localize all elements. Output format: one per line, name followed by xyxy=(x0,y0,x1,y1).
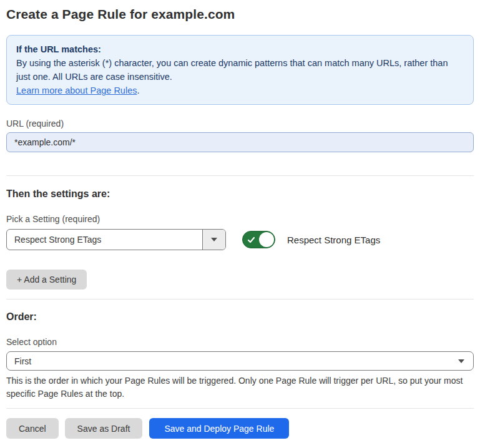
setting-select[interactable]: Respect Strong ETags xyxy=(6,229,226,250)
notice-body: By using the asterisk (*) character, you… xyxy=(16,56,464,84)
order-help-text: This is the order in which your Page Rul… xyxy=(6,374,474,401)
setting-select-arrow-button[interactable] xyxy=(202,230,225,250)
url-match-notice: If the URL matches: By using the asteris… xyxy=(6,35,474,105)
order-select-value: First xyxy=(14,356,31,366)
etags-toggle[interactable] xyxy=(242,231,275,248)
link-suffix: . xyxy=(137,85,139,95)
chevron-down-icon xyxy=(458,359,464,363)
divider xyxy=(6,408,474,409)
footer-actions: Cancel Save as Draft Save and Deploy Pag… xyxy=(6,418,474,439)
add-setting-button[interactable]: + Add a Setting xyxy=(6,270,87,290)
url-label: URL (required) xyxy=(6,119,474,129)
divider xyxy=(6,175,474,176)
learn-more-link[interactable]: Learn more about Page Rules xyxy=(16,85,137,95)
url-input[interactable] xyxy=(6,132,474,152)
toggle-label: Respect Strong ETags xyxy=(287,235,380,245)
save-as-draft-button[interactable]: Save as Draft xyxy=(65,418,143,439)
toggle-knob xyxy=(259,232,274,247)
page-title: Create a Page Rule for example.com xyxy=(6,6,474,22)
pick-setting-label: Pick a Setting (required) xyxy=(6,214,474,225)
notice-heading: If the URL matches: xyxy=(16,42,464,56)
create-page-rule-form: Create a Page Rule for example.com If th… xyxy=(0,0,480,448)
order-select[interactable]: First xyxy=(6,351,474,371)
settings-heading: Then the settings are: xyxy=(6,188,474,200)
notice-link-line: Learn more about Page Rules. xyxy=(16,84,464,97)
order-heading: Order: xyxy=(6,311,474,323)
divider xyxy=(6,299,474,299)
order-select-label: Select option xyxy=(6,337,474,348)
cancel-button[interactable]: Cancel xyxy=(6,418,59,439)
setting-select-value: Respect Strong ETags xyxy=(7,230,202,250)
save-and-deploy-button[interactable]: Save and Deploy Page Rule xyxy=(149,418,289,439)
setting-row: Respect Strong ETags Respect Strong ETag… xyxy=(6,229,474,250)
chevron-down-icon xyxy=(211,238,217,241)
check-icon xyxy=(247,236,255,244)
